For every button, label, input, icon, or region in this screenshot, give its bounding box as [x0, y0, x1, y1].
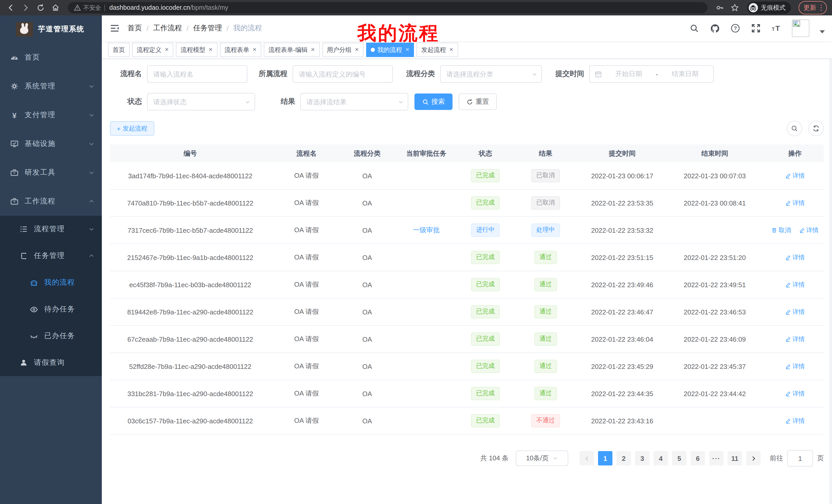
avatar-caret-icon[interactable] [820, 30, 825, 33]
breadcrumb-home[interactable]: 首页 [128, 24, 142, 33]
incognito-badge[interactable]: 无痕模式 [747, 2, 790, 14]
fullscreen-icon[interactable] [751, 23, 761, 33]
breadcrumb-workflow[interactable]: 工作流程 [153, 24, 182, 33]
cell-actions: 取消 详情 [766, 271, 824, 298]
page-size-select[interactable]: 10条/页 [516, 451, 568, 466]
sidebar-item-workflow[interactable]: 工作流程 [0, 187, 102, 216]
detail-action[interactable]: 详情 [785, 307, 805, 316]
browser-menu-icon[interactable] [821, 5, 822, 11]
sidebar-item-task-mgmt[interactable]: 任务管理 [0, 243, 102, 269]
show-search-button[interactable] [787, 121, 802, 136]
result-badge: 通过 [534, 332, 557, 346]
edit-icon [799, 227, 805, 233]
app-logo[interactable]: 芋道管理系统 [0, 16, 102, 43]
tab[interactable]: 流程模型 ✕ [176, 43, 217, 57]
sidebar-item-my-process[interactable]: 我的流程 [0, 269, 102, 296]
detail-action[interactable]: 详情 [799, 226, 818, 234]
reload-icon[interactable] [35, 2, 46, 13]
col-name: 流程名 [270, 144, 342, 162]
tab-close-icon[interactable]: ✕ [405, 47, 410, 52]
refresh-table-button[interactable] [808, 121, 824, 136]
window-scrollbar[interactable] [829, 16, 832, 504]
detail-action[interactable]: 详情 [785, 335, 805, 343]
tab[interactable]: 流程表单 ✕ [220, 43, 261, 57]
detail-action[interactable]: 详情 [785, 280, 805, 289]
hamburger-icon[interactable] [109, 23, 120, 34]
tab[interactable]: 流程表单-编辑 ✕ [264, 43, 319, 57]
breadcrumb-task-mgmt[interactable]: 任务管理 [193, 24, 222, 33]
home-icon[interactable] [50, 2, 61, 13]
sidebar-item-process-mgmt[interactable]: 流程管理 [0, 216, 102, 243]
browser-update-button[interactable]: 更新 [798, 1, 827, 15]
page-button[interactable]: 3 [635, 451, 649, 466]
sidebar-item-home[interactable]: 首页 [0, 43, 102, 72]
page-button[interactable]: ··· [709, 451, 724, 466]
dashboard-icon [10, 53, 19, 62]
sidebar-item-infra[interactable]: 基础设施 [0, 130, 102, 158]
forward-icon[interactable] [20, 2, 31, 13]
sidebar-item-system[interactable]: 系统管理 [0, 72, 102, 101]
github-icon[interactable] [710, 23, 720, 33]
result-badge: 通过 [534, 305, 557, 318]
tab-close-icon[interactable]: ✕ [209, 47, 213, 52]
tab-label: 流程表单 [225, 46, 250, 54]
back-icon[interactable] [5, 2, 17, 13]
active-dot [371, 48, 375, 52]
prev-page-button[interactable] [579, 451, 594, 466]
cell-result: 已取消 [510, 162, 581, 189]
detail-action[interactable]: 详情 [785, 199, 805, 207]
sidebar-item-done-tasks[interactable]: 已办任务 [0, 323, 102, 349]
detail-action[interactable]: 详情 [785, 416, 805, 425]
detail-action[interactable]: 详情 [785, 171, 805, 180]
process-definition-input[interactable] [293, 65, 393, 83]
detail-action-label: 详情 [792, 416, 805, 425]
page-button[interactable]: 4 [654, 451, 668, 466]
task-link[interactable]: 一级审批 [413, 226, 440, 234]
font-size-icon[interactable]: TT [771, 23, 782, 33]
avatar[interactable] [792, 20, 809, 37]
page-button[interactable]: 2 [617, 451, 631, 466]
process-name-input[interactable] [147, 65, 247, 83]
tab-close-icon[interactable]: ✕ [311, 47, 315, 52]
date-range-picker[interactable]: 开始日期 - 结束日期 [589, 65, 714, 83]
tab-close-icon[interactable]: ✕ [164, 47, 169, 52]
cancel-action[interactable]: 取消 [771, 226, 791, 234]
category-select[interactable] [440, 65, 542, 83]
page-button[interactable]: 11 [728, 451, 742, 466]
result-select[interactable] [300, 93, 408, 110]
sidebar-item-devtools[interactable]: 研发工具 [0, 158, 102, 187]
cell-status: 已完成 [461, 189, 510, 217]
sidebar-item-todo-tasks[interactable]: 待办任务 [0, 296, 102, 323]
page-button[interactable]: 1 [598, 451, 613, 466]
url-bar[interactable]: 不安全 dashboard.yudao.iocoder.cn/bpm/task/… [68, 2, 707, 13]
next-page-button[interactable] [746, 451, 760, 466]
tab-close-icon[interactable]: ✕ [253, 47, 257, 52]
tab[interactable]: 首页 ✕ [108, 43, 130, 57]
tab-close-icon[interactable]: ✕ [449, 47, 453, 52]
detail-action[interactable]: 详情 [785, 362, 805, 371]
detail-action[interactable]: 详情 [785, 253, 805, 262]
warning-icon [74, 5, 81, 11]
key-icon[interactable] [714, 2, 725, 13]
search-icon[interactable] [689, 23, 699, 33]
page-button[interactable]: 6 [691, 451, 705, 466]
create-process-button[interactable]: + 发起流程 [110, 121, 154, 136]
search-button[interactable]: 搜索 [414, 93, 452, 110]
chevron-down-icon [88, 112, 95, 118]
result-badge: 通过 [534, 278, 557, 291]
sidebar-item-leave-query[interactable]: 请假查询 [0, 349, 102, 376]
reset-button[interactable]: 重置 [459, 93, 497, 110]
sidebar-item-label: 流程管理 [34, 225, 88, 234]
status-select[interactable] [147, 93, 255, 110]
cell-status: 已完成 [461, 271, 510, 298]
page-button[interactable]: 5 [672, 451, 686, 466]
sidebar-item-pay[interactable]: ¥ 支付管理 [0, 101, 102, 130]
tab-close-icon[interactable]: ✕ [355, 47, 359, 52]
refresh-icon [466, 99, 473, 105]
cell-status: 已完成 [461, 244, 510, 271]
jump-page-input[interactable] [787, 450, 813, 467]
help-icon[interactable]: ? [730, 23, 740, 33]
tab[interactable]: 流程定义 ✕ [132, 43, 174, 57]
bookmark-star-icon[interactable] [729, 2, 740, 13]
detail-action[interactable]: 详情 [785, 389, 805, 398]
